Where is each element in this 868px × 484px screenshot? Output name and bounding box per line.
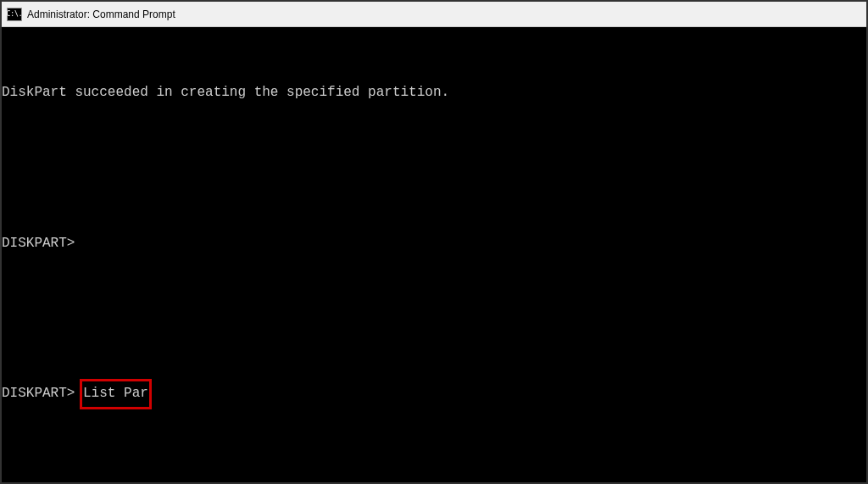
output-line bbox=[2, 307, 866, 332]
window-title: Administrator: Command Prompt bbox=[27, 8, 175, 20]
prompt: DISKPART> bbox=[2, 386, 83, 401]
output-line bbox=[2, 457, 866, 482]
terminal-area[interactable]: DiskPart succeeded in creating the speci… bbox=[2, 27, 866, 482]
output-line bbox=[2, 156, 866, 181]
cmd-icon: C:\. bbox=[7, 8, 22, 21]
prompt-line: DISKPART> List Par bbox=[2, 381, 866, 407]
window-titlebar[interactable]: C:\. Administrator: Command Prompt bbox=[2, 2, 866, 27]
highlighted-command-list-par: List Par bbox=[83, 381, 148, 407]
output-line: DiskPart succeeded in creating the speci… bbox=[2, 81, 866, 106]
prompt-line: DISKPART> bbox=[2, 231, 866, 257]
